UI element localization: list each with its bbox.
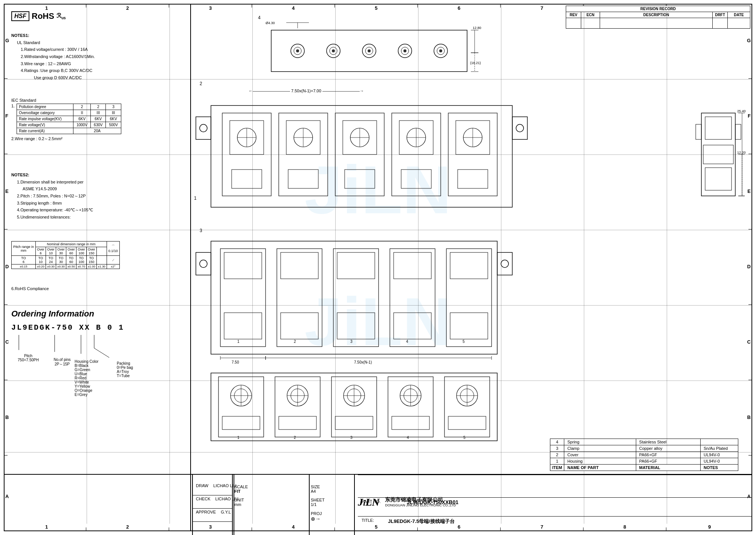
col-label-2-top: 2 bbox=[126, 5, 129, 11]
draw-label: DRAW bbox=[196, 483, 208, 488]
color-v: V=White bbox=[75, 380, 107, 384]
n2-item3: 3.Stripping length : 8mm bbox=[17, 200, 192, 207]
svg-rect-51 bbox=[288, 170, 318, 188]
tick-r6 bbox=[748, 455, 752, 456]
pcb-view-drawing: 1 2 3 4 bbox=[192, 365, 531, 460]
notes1-section: NOTES1: UL Standard 1.Rated voltage/curr… bbox=[11, 32, 192, 81]
n2-item1b: ASME Y14.5-2009 bbox=[23, 185, 192, 193]
notes2-section: NOTES2: 1.Dimension shall be interpreted… bbox=[11, 171, 192, 221]
svg-text:4: 4 bbox=[407, 436, 409, 440]
packing-label: Packing bbox=[117, 361, 147, 365]
col-label-1-top: 1 bbox=[45, 5, 48, 11]
title-div3 bbox=[354, 474, 355, 535]
svg-text:4: 4 bbox=[406, 339, 408, 344]
tick-l2 bbox=[4, 154, 8, 154]
svg-text:(16.21): (16.21) bbox=[470, 61, 481, 65]
notes2-title: NOTES2: bbox=[11, 171, 192, 179]
color-b: B=Black bbox=[75, 364, 107, 368]
tick-l4 bbox=[4, 304, 8, 305]
col-label-4-bot: 4 bbox=[292, 524, 295, 530]
n2-item4: 4.Operating temperature: -40℃～+105℃ bbox=[17, 206, 192, 214]
row-label-f-left: F bbox=[5, 113, 8, 119]
tolerance-table: Pitch range inmm Nominal dimension range… bbox=[11, 241, 120, 269]
svg-point-14 bbox=[332, 49, 335, 52]
tick-2 bbox=[169, 4, 169, 8]
title-div2 bbox=[309, 474, 310, 535]
svg-text:7.50: 7.50 bbox=[232, 360, 239, 364]
front-view-drawing: ←————————— 7.50x(N-1)+7.00 —————————→ 2 bbox=[192, 79, 550, 222]
svg-rect-63 bbox=[401, 170, 431, 188]
pitch-label: Pitch bbox=[11, 354, 45, 358]
svg-text:25.40: 25.40 bbox=[737, 109, 746, 113]
sheet-label: SHEET bbox=[311, 498, 325, 502]
ul-item1: 1.Rated voltage/current : 300V / 16A bbox=[21, 46, 192, 53]
title-left-border bbox=[192, 474, 193, 535]
ul-logo: ℛus bbox=[57, 12, 66, 20]
row-label-b-right: B bbox=[747, 414, 751, 420]
tick-r4 bbox=[748, 304, 752, 305]
svg-rect-108 bbox=[450, 313, 488, 339]
scale-label: SCALE bbox=[234, 485, 248, 489]
svg-rect-138 bbox=[335, 416, 373, 430]
svg-rect-99 bbox=[337, 252, 375, 279]
approve-line bbox=[192, 521, 233, 522]
rohs-compliance: 6.RoHS Compliance bbox=[11, 286, 49, 291]
svg-rect-90 bbox=[220, 249, 266, 347]
svg-rect-106 bbox=[446, 249, 492, 347]
ul-standard-title: UL Standard bbox=[17, 39, 192, 46]
svg-rect-86 bbox=[196, 252, 211, 275]
tick-r5 bbox=[748, 380, 752, 380]
svg-rect-87 bbox=[497, 252, 512, 275]
unit-label: UNIT bbox=[234, 498, 244, 502]
ul-item3: 3.Wire range : 12～28AWG bbox=[21, 60, 192, 67]
proj-label: PROJ bbox=[311, 511, 322, 516]
svg-rect-118 bbox=[211, 373, 497, 441]
svg-rect-100 bbox=[337, 313, 375, 339]
svg-rect-72 bbox=[705, 117, 732, 139]
logo-area: HSF RoHS ℛus bbox=[11, 11, 66, 21]
rohs-text: RoHS bbox=[32, 11, 54, 21]
part-no-value-block: JL9EDGK-750XXB01 bbox=[407, 499, 458, 505]
hsf-box: HSF bbox=[11, 11, 29, 21]
col-label-2-bot: 2 bbox=[126, 524, 129, 530]
ul-item4b: Use group D 600V AC/DC bbox=[34, 74, 192, 81]
check-label: CHECK bbox=[196, 497, 211, 501]
col-label-5-top: 5 bbox=[375, 5, 377, 11]
tick-r1 bbox=[748, 78, 752, 79]
tick-l1 bbox=[4, 78, 8, 79]
svg-point-89 bbox=[501, 260, 509, 268]
tolerance-table-wrapper: Pitch range inmm Nominal dimension range… bbox=[11, 241, 120, 269]
svg-rect-102 bbox=[390, 249, 435, 347]
approve-label: APPROVE bbox=[196, 510, 216, 514]
row-label-d-right: D bbox=[747, 264, 751, 269]
scale-unit-area: SCALE FIT bbox=[234, 485, 248, 494]
front-view-dim: ←————————— 7.50x(N-1)+7.00 —————————→ bbox=[249, 89, 364, 93]
iec-title: IEC Standard bbox=[11, 98, 121, 102]
svg-rect-107 bbox=[450, 252, 488, 279]
tick-6 bbox=[500, 4, 501, 8]
svg-rect-36 bbox=[196, 117, 211, 139]
svg-text:5: 5 bbox=[463, 339, 465, 344]
proj-arrow: ⊕→ bbox=[311, 516, 322, 522]
row-label-b-left: B bbox=[5, 414, 9, 420]
title-value-block: JL9EDGK-7.5母端/接线端子台 bbox=[388, 518, 455, 525]
svg-text:Ø4.30: Ø4.30 bbox=[266, 21, 275, 25]
col-label-1-bot: 1 bbox=[45, 524, 48, 530]
color-label: Housing Color bbox=[75, 359, 107, 364]
color-o: O=Orange bbox=[75, 388, 107, 393]
approve-value: G.Y.L bbox=[221, 510, 231, 514]
tick-4 bbox=[334, 4, 335, 8]
sheet-area: SHEET 1/1 bbox=[311, 498, 325, 507]
draw-field: DRAW LICHAO LIU bbox=[196, 483, 236, 488]
svg-rect-152 bbox=[448, 416, 486, 430]
n2-item2: 2.Pitch : 7.50mm, Poles : N=02～12P bbox=[17, 193, 192, 200]
svg-point-23 bbox=[439, 49, 442, 52]
tick-b1 bbox=[86, 527, 86, 531]
col-label-3-bot: 3 bbox=[209, 524, 212, 530]
scale-value: FIT bbox=[234, 489, 248, 494]
unit-value: mm bbox=[234, 502, 244, 507]
svg-point-39 bbox=[516, 124, 524, 132]
col-label-3-top: 3 bbox=[209, 5, 212, 11]
view4-label: 4 bbox=[258, 15, 261, 20]
svg-rect-57 bbox=[345, 170, 375, 188]
